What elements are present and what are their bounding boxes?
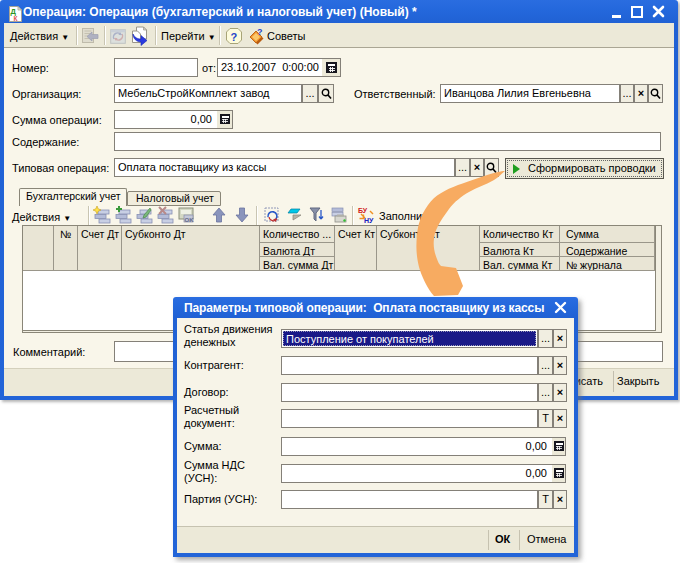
svg-text:?: ? [231, 31, 238, 43]
svg-text:?: ? [257, 27, 263, 37]
svg-text:OK: OK [185, 217, 195, 223]
svg-text:НУ: НУ [364, 217, 374, 224]
svg-text:К: К [14, 15, 18, 22]
svg-text:БУ: БУ [358, 207, 368, 214]
